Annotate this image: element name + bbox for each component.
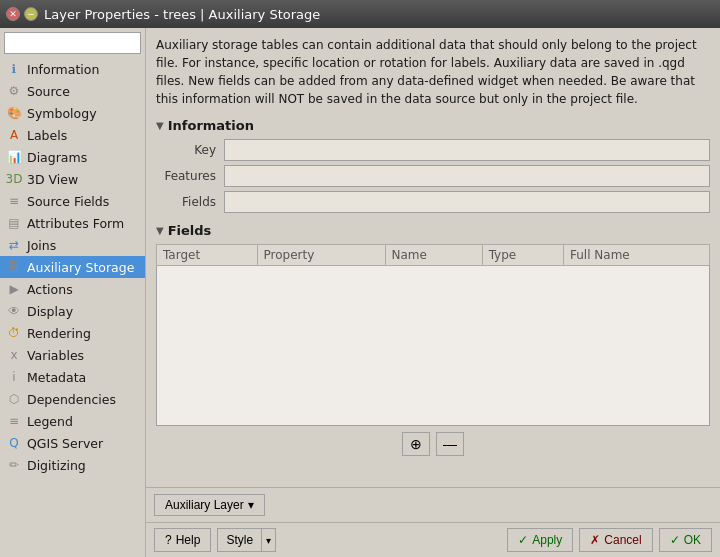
add-field-button[interactable]: ⊕ xyxy=(402,432,430,456)
sidebar-item-rendering[interactable]: ⏱Rendering xyxy=(0,322,145,344)
sidebar-label-variables: Variables xyxy=(27,348,84,363)
diagrams-icon: 📊 xyxy=(6,149,22,165)
sidebar-item-display[interactable]: 👁Display xyxy=(0,300,145,322)
key-label: Key xyxy=(156,143,224,157)
aux-layer-arrow-icon: ▾ xyxy=(248,498,254,512)
information-section-label: Information xyxy=(168,118,254,133)
fields-section: ▼ Fields Target Property Name Type Full … xyxy=(156,223,710,462)
sidebar-label-metadata: Metadata xyxy=(27,370,86,385)
apply-label: Apply xyxy=(532,533,562,547)
fields-arrow: ▼ xyxy=(156,225,164,236)
sidebar-item-legend[interactable]: ≡Legend xyxy=(0,410,145,432)
remove-field-button[interactable]: — xyxy=(436,432,464,456)
sidebar-item-attrform[interactable]: ▤Attributes Form xyxy=(0,212,145,234)
apply-button[interactable]: ✓ Apply xyxy=(507,528,573,552)
help-label: Help xyxy=(176,533,201,547)
sidebar-label-digitizing: Digitizing xyxy=(27,458,86,473)
sidebar-item-metadata[interactable]: iMetadata xyxy=(0,366,145,388)
window-controls[interactable]: ✕ − xyxy=(6,7,38,21)
style-container: Style ▾ xyxy=(217,528,276,552)
col-fullname: Full Name xyxy=(564,245,710,266)
sidebar-label-actions: Actions xyxy=(27,282,73,297)
aux-layer-label: Auxiliary Layer xyxy=(165,498,244,512)
sidebar-items-list: ℹInformation⚙Source🎨SymbologyALabels📊Dia… xyxy=(0,58,145,476)
fields-section-label: Fields xyxy=(168,223,212,238)
style-button[interactable]: Style xyxy=(218,529,262,551)
sidebar-item-labels[interactable]: ALabels xyxy=(0,124,145,146)
ok-button[interactable]: ✓ OK xyxy=(659,528,712,552)
apply-check-icon: ✓ xyxy=(518,533,528,547)
aux-layer-button[interactable]: Auxiliary Layer ▾ xyxy=(154,494,265,516)
sidebar-label-attrform: Attributes Form xyxy=(27,216,124,231)
sidebar-item-digitizing[interactable]: ✏Digitizing xyxy=(0,454,145,476)
ok-label: OK xyxy=(684,533,701,547)
legend-icon: ≡ xyxy=(6,413,22,429)
style-label: Style xyxy=(226,533,253,547)
cancel-button[interactable]: ✗ Cancel xyxy=(579,528,652,552)
sidebar-item-information[interactable]: ℹInformation xyxy=(0,58,145,80)
sidebar-item-3dview[interactable]: 3D3D View xyxy=(0,168,145,190)
sidebar-item-variables[interactable]: xVariables xyxy=(0,344,145,366)
table-header-row: Target Property Name Type Full Name xyxy=(157,245,710,266)
attrform-icon: ▤ xyxy=(6,215,22,231)
sidebar-item-symbology[interactable]: 🎨Symbology xyxy=(0,102,145,124)
metadata-icon: i xyxy=(6,369,22,385)
sidebar-item-source[interactable]: ⚙Source xyxy=(0,80,145,102)
sidebar-item-sourcefields[interactable]: ≡Source Fields xyxy=(0,190,145,212)
sidebar-item-actions[interactable]: ▶Actions xyxy=(0,278,145,300)
source-icon: ⚙ xyxy=(6,83,22,99)
sidebar-label-joins: Joins xyxy=(27,238,56,253)
sidebar-label-source: Source xyxy=(27,84,70,99)
information-icon: ℹ xyxy=(6,61,22,77)
sidebar-label-labels: Labels xyxy=(27,128,67,143)
style-arrow-button[interactable]: ▾ xyxy=(262,529,275,551)
dependencies-icon: ⬡ xyxy=(6,391,22,407)
sidebar-label-legend: Legend xyxy=(27,414,73,429)
sidebar-label-dependencies: Dependencies xyxy=(27,392,116,407)
sidebar-item-joins[interactable]: ⇄Joins xyxy=(0,234,145,256)
titlebar: ✕ − Layer Properties - trees | Auxiliary… xyxy=(0,0,720,28)
col-name: Name xyxy=(385,245,482,266)
search-input[interactable] xyxy=(4,32,141,54)
col-type: Type xyxy=(482,245,563,266)
fields-input[interactable] xyxy=(224,191,710,213)
qgisserver-icon: Q xyxy=(6,435,22,451)
symbology-icon: 🎨 xyxy=(6,105,22,121)
main-container: ℹInformation⚙Source🎨SymbologyALabels📊Dia… xyxy=(0,28,720,557)
content-scroll: Auxiliary storage tables can contain add… xyxy=(146,28,720,487)
fields-table: Target Property Name Type Full Name xyxy=(156,244,710,266)
key-input[interactable] xyxy=(224,139,710,161)
close-button[interactable]: ✕ xyxy=(6,7,20,21)
sidebar-label-qgisserver: QGIS Server xyxy=(27,436,103,451)
window-title: Layer Properties - trees | Auxiliary Sto… xyxy=(44,7,714,22)
col-target: Target xyxy=(157,245,258,266)
information-section-header: ▼ Information xyxy=(156,118,710,133)
sidebar-label-rendering: Rendering xyxy=(27,326,91,341)
features-label: Features xyxy=(156,169,224,183)
sidebar-item-diagrams[interactable]: 📊Diagrams xyxy=(0,146,145,168)
minimize-button[interactable]: − xyxy=(24,7,38,21)
features-input[interactable] xyxy=(224,165,710,187)
sidebar-item-auxiliary[interactable]: 🗄Auxiliary Storage xyxy=(0,256,145,278)
aux-layer-bar: Auxiliary Layer ▾ xyxy=(146,488,720,522)
table-body-area xyxy=(156,266,710,426)
sidebar-label-information: Information xyxy=(27,62,99,77)
cancel-label: Cancel xyxy=(604,533,641,547)
sourcefields-icon: ≡ xyxy=(6,193,22,209)
help-icon: ? xyxy=(165,533,172,547)
sidebar-label-symbology: Symbology xyxy=(27,106,97,121)
help-button[interactable]: ? Help xyxy=(154,528,211,552)
fields-label: Fields xyxy=(156,195,224,209)
labels-icon: A xyxy=(6,127,22,143)
sidebar-item-qgisserver[interactable]: QQGIS Server xyxy=(0,432,145,454)
cancel-x-icon: ✗ xyxy=(590,533,600,547)
sidebar-item-dependencies[interactable]: ⬡Dependencies xyxy=(0,388,145,410)
sidebar-label-display: Display xyxy=(27,304,73,319)
rendering-icon: ⏱ xyxy=(6,325,22,341)
actions-icon: ▶ xyxy=(6,281,22,297)
sidebar-label-sourcefields: Source Fields xyxy=(27,194,109,209)
table-toolbar: ⊕ — xyxy=(156,426,710,462)
sidebar: ℹInformation⚙Source🎨SymbologyALabels📊Dia… xyxy=(0,28,146,557)
3dview-icon: 3D xyxy=(6,171,22,187)
sidebar-label-diagrams: Diagrams xyxy=(27,150,87,165)
